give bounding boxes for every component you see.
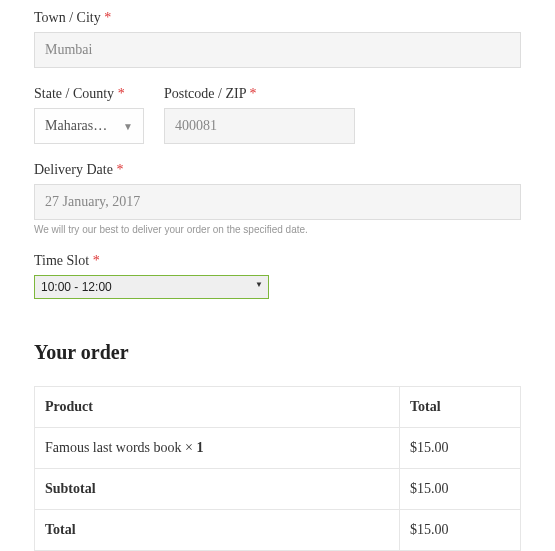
delivery-label: Delivery Date * <box>34 162 521 178</box>
city-label-text: Town / City <box>34 10 101 25</box>
zip-label-text: Postcode / ZIP <box>164 86 246 101</box>
delivery-date-input[interactable] <box>34 184 521 220</box>
state-zip-row: State / County * Maharas… ▼ Postcode / Z… <box>34 86 521 144</box>
subtotal-value: $15.00 <box>399 469 520 510</box>
required-marker: * <box>116 162 123 177</box>
qty-prefix: × <box>182 440 197 455</box>
item-price: $15.00 <box>399 428 520 469</box>
state-select[interactable]: Maharas… ▼ <box>34 108 144 144</box>
chevron-down-icon: ▼ <box>123 121 133 132</box>
order-table: Product Total Famous last words book × 1… <box>34 386 521 551</box>
timeslot-label: Time Slot * <box>34 253 521 269</box>
item-qty: 1 <box>196 440 203 455</box>
col-product: Product <box>35 387 400 428</box>
subtotal-row: Subtotal $15.00 <box>35 469 521 510</box>
table-row: Famous last words book × 1 $15.00 <box>35 428 521 469</box>
total-row: Total $15.00 <box>35 510 521 551</box>
required-marker: * <box>93 253 100 268</box>
subtotal-label: Subtotal <box>35 469 400 510</box>
order-header-row: Product Total <box>35 387 521 428</box>
state-label: State / County * <box>34 86 144 102</box>
required-marker: * <box>249 86 256 101</box>
item-name: Famous last words book <box>45 440 182 455</box>
required-marker: * <box>104 10 111 25</box>
state-select-value: Maharas… <box>45 118 107 134</box>
col-total: Total <box>399 387 520 428</box>
total-value: $15.00 <box>399 510 520 551</box>
timeslot-select[interactable]: 10:00 - 12:00 <box>34 275 269 299</box>
city-row: Town / City * <box>34 10 521 68</box>
timeslot-row: Time Slot * 10:00 - 12:00 <box>34 253 521 299</box>
zip-label: Postcode / ZIP * <box>164 86 355 102</box>
state-col: State / County * Maharas… ▼ <box>34 86 144 144</box>
delivery-help-text: We will try our best to deliver your ord… <box>34 224 521 235</box>
delivery-label-text: Delivery Date <box>34 162 113 177</box>
order-heading: Your order <box>34 341 521 364</box>
city-label: Town / City * <box>34 10 521 26</box>
delivery-row: Delivery Date * We will try our best to … <box>34 162 521 235</box>
city-input[interactable] <box>34 32 521 68</box>
zip-input[interactable] <box>164 108 355 144</box>
state-label-text: State / County <box>34 86 114 101</box>
timeslot-label-text: Time Slot <box>34 253 89 268</box>
item-cell: Famous last words book × 1 <box>35 428 400 469</box>
zip-col: Postcode / ZIP * <box>164 86 355 144</box>
timeslot-select-wrap: 10:00 - 12:00 <box>34 275 269 299</box>
total-label: Total <box>35 510 400 551</box>
required-marker: * <box>118 86 125 101</box>
